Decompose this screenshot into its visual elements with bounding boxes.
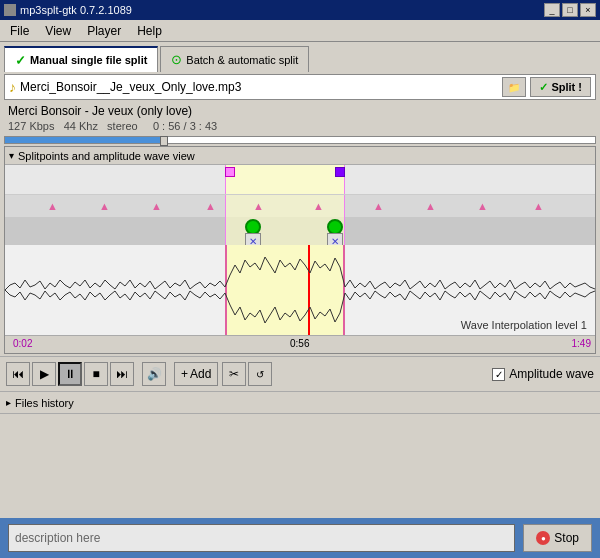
menu-view[interactable]: View [39, 22, 77, 40]
progress-thumb[interactable] [160, 136, 168, 146]
stop-ctrl-button[interactable]: ■ [84, 362, 108, 386]
position: 0 : 56 / 3 : 43 [153, 120, 217, 132]
arrow-6: ▲ [313, 200, 324, 212]
selected-region [225, 165, 345, 194]
add-label: Add [190, 367, 211, 381]
menu-help[interactable]: Help [131, 22, 168, 40]
split-check-icon: ✓ [539, 81, 548, 94]
stop-button[interactable]: ● Stop [523, 524, 592, 552]
track-title: Merci Bonsoir - Je veux (only love) [8, 104, 592, 118]
arrow-10: ▲ [533, 200, 544, 212]
arrow-2: ▲ [99, 200, 110, 212]
files-history-row[interactable]: ▸ Files history [0, 392, 600, 414]
track-info: Merci Bonsoir - Je veux (only love) 127 … [0, 102, 600, 134]
channels: stereo [107, 120, 138, 132]
menu-bar: File View Player Help [0, 20, 600, 42]
wave-interpolation-label: Wave Interpolation level 1 [461, 319, 587, 331]
amplitude-check-area: ✓ Amplitude wave [492, 367, 594, 381]
amplitude-label: Amplitude wave [509, 367, 594, 381]
waveform-header-label: Splitpoints and amplitude wave view [18, 150, 195, 162]
play-button[interactable]: ▶ [32, 362, 56, 386]
right-marker-square[interactable] [335, 167, 345, 177]
left-marker-square[interactable] [225, 167, 235, 177]
tabs-bar: ✓ Manual single file split ⊙ Batch & aut… [0, 42, 600, 72]
bottom-bar: description here ● Stop [0, 518, 600, 558]
music-icon: ♪ [9, 79, 16, 95]
tab-check-icon: ✓ [15, 53, 26, 68]
scissors-button[interactable]: ✂ [222, 362, 246, 386]
amplitude-checkbox[interactable]: ✓ [492, 368, 505, 381]
waveform-header: ▾ Splitpoints and amplitude wave view [5, 147, 595, 165]
arrows-row: ▲ ▲ ▲ ▲ ▲ ▲ ▲ ▲ ▲ ▲ [5, 195, 595, 217]
time-current: 0:56 [290, 338, 309, 353]
arrow-5: ▲ [253, 200, 264, 212]
description-field[interactable]: description here [8, 524, 515, 552]
check-mark: ✓ [495, 369, 503, 380]
minimize-button[interactable]: _ [544, 3, 560, 17]
arrow-8: ▲ [425, 200, 436, 212]
description-placeholder: description here [15, 531, 100, 545]
split-button[interactable]: ✓ Split ! [530, 77, 591, 97]
app-icon [4, 4, 16, 16]
progress-fill [5, 137, 164, 143]
arrow-3: ▲ [151, 200, 162, 212]
bitrate: 127 Kbps [8, 120, 54, 132]
markers-area[interactable] [5, 165, 595, 195]
stop-icon: ● [536, 531, 550, 545]
stop-label: Stop [554, 531, 579, 545]
time-start: 0:02 [13, 338, 32, 349]
collapse-icon[interactable]: ▾ [9, 150, 14, 161]
files-history-label: Files history [15, 397, 74, 409]
file-row: ♪ Merci_Bonsoir__Je_veux_Only_love.mp3 📁… [4, 74, 596, 100]
waveform-canvas[interactable]: Wave Interpolation level 1 [5, 245, 595, 335]
filename-label: Merci_Bonsoir__Je_veux_Only_love.mp3 [20, 80, 498, 94]
arrow-9: ▲ [477, 200, 488, 212]
sample-rate: 44 Khz [64, 120, 98, 132]
track-meta: 127 Kbps 44 Khz stereo 0 : 56 / 3 : 43 [8, 120, 592, 132]
menu-file[interactable]: File [4, 22, 35, 40]
menu-player[interactable]: Player [81, 22, 127, 40]
maximize-button[interactable]: □ [562, 3, 578, 17]
time-ruler: 0:02 0:56 1:49 [5, 335, 595, 353]
history-arrow-icon: ▸ [6, 397, 11, 408]
skip-forward-button[interactable]: ⏭ [110, 362, 134, 386]
dot-markers-row: ✕ 0:46:21 ✕ 1:03:57 [5, 217, 595, 245]
progress-bar[interactable] [4, 136, 596, 144]
arrows-selected-region [225, 195, 345, 217]
skip-back-button[interactable]: ⏮ [6, 362, 30, 386]
controls-bar: ⏮ ▶ ⏸ ■ ⏭ 🔊 + Add ✂ ↺ ✓ Amplitude wave [0, 356, 600, 392]
waveform-section: ▾ Splitpoints and amplitude wave view ▲ … [4, 146, 596, 354]
arrow-1: ▲ [47, 200, 58, 212]
arrow-7: ▲ [373, 200, 384, 212]
plus-icon: + [181, 367, 188, 381]
time-end: 1:49 [572, 338, 591, 349]
refresh-button[interactable]: ↺ [248, 362, 272, 386]
browse-button[interactable]: 📁 [502, 77, 526, 97]
add-button[interactable]: + Add [174, 362, 218, 386]
pause-button[interactable]: ⏸ [58, 362, 82, 386]
app-title: mp3splt-gtk 0.7.2.1089 [20, 4, 132, 16]
volume-button[interactable]: 🔊 [142, 362, 166, 386]
tab-batch-split[interactable]: ⊙ Batch & automatic split [160, 46, 309, 72]
close-button[interactable]: × [580, 3, 596, 17]
arrow-4: ▲ [205, 200, 216, 212]
tab-batch-check-icon: ⊙ [171, 52, 182, 67]
tab-manual-split[interactable]: ✓ Manual single file split [4, 46, 158, 72]
title-bar: mp3splt-gtk 0.7.2.1089 _ □ × [0, 0, 600, 20]
